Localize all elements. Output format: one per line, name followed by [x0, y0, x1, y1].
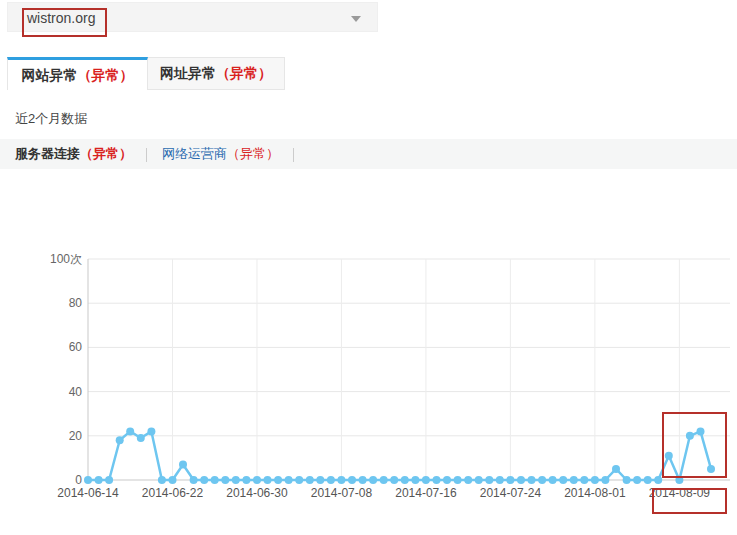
data-point[interactable]: [369, 476, 377, 484]
data-point[interactable]: [285, 476, 293, 484]
x-axis-tick-label: 2014-07-16: [395, 486, 457, 500]
data-point[interactable]: [306, 476, 314, 484]
data-point[interactable]: [549, 476, 557, 484]
data-point[interactable]: [337, 476, 345, 484]
x-axis-tick-label: 2014-07-08: [311, 486, 373, 500]
data-point[interactable]: [274, 476, 282, 484]
series-line: [88, 431, 711, 480]
data-point[interactable]: [253, 476, 261, 484]
data-point[interactable]: [221, 476, 229, 484]
data-point[interactable]: [517, 476, 525, 484]
data-point[interactable]: [633, 476, 641, 484]
data-point[interactable]: [116, 436, 124, 444]
data-point[interactable]: [528, 476, 536, 484]
y-axis-tick-label: 60: [69, 340, 83, 354]
data-point[interactable]: [401, 476, 409, 484]
data-point[interactable]: [654, 476, 662, 484]
data-point[interactable]: [158, 476, 166, 484]
data-point[interactable]: [496, 476, 504, 484]
data-point[interactable]: [433, 476, 441, 484]
data-point[interactable]: [84, 476, 92, 484]
data-point[interactable]: [623, 476, 631, 484]
x-axis-tick-label: 2014-08-09: [649, 486, 711, 500]
data-point[interactable]: [211, 476, 219, 484]
data-point[interactable]: [559, 476, 567, 484]
data-point[interactable]: [707, 465, 715, 473]
data-point[interactable]: [179, 461, 187, 469]
data-point[interactable]: [422, 476, 430, 484]
data-point[interactable]: [126, 427, 134, 435]
data-point[interactable]: [242, 476, 250, 484]
data-point[interactable]: [295, 476, 303, 484]
data-point[interactable]: [570, 476, 578, 484]
data-point[interactable]: [475, 476, 483, 484]
y-axis-tick-label: 80: [69, 296, 83, 310]
y-axis-tick-label: 0: [75, 473, 82, 487]
data-point[interactable]: [169, 476, 177, 484]
data-point[interactable]: [591, 476, 599, 484]
data-point[interactable]: [580, 476, 588, 484]
data-point[interactable]: [359, 476, 367, 484]
data-point[interactable]: [190, 476, 198, 484]
data-point[interactable]: [454, 476, 462, 484]
data-point[interactable]: [232, 476, 240, 484]
data-point[interactable]: [137, 434, 145, 442]
x-axis-tick-label: 2014-06-14: [57, 486, 119, 500]
y-axis-tick-label: 100次: [50, 252, 82, 266]
data-point[interactable]: [316, 476, 324, 484]
data-point[interactable]: [697, 427, 705, 435]
data-point[interactable]: [380, 476, 388, 484]
data-point[interactable]: [147, 427, 155, 435]
data-point[interactable]: [464, 476, 472, 484]
data-point[interactable]: [665, 452, 673, 460]
data-point[interactable]: [264, 476, 272, 484]
data-point[interactable]: [390, 476, 398, 484]
data-point[interactable]: [105, 476, 113, 484]
data-point[interactable]: [601, 476, 609, 484]
data-point[interactable]: [200, 476, 208, 484]
y-axis-tick-label: 40: [69, 385, 83, 399]
data-point[interactable]: [327, 476, 335, 484]
data-point[interactable]: [95, 476, 103, 484]
data-point[interactable]: [443, 476, 451, 484]
y-axis-tick-label: 20: [69, 429, 83, 443]
data-point[interactable]: [612, 465, 620, 473]
data-point[interactable]: [411, 476, 419, 484]
data-point[interactable]: [675, 476, 683, 484]
x-axis-tick-label: 2014-06-30: [226, 486, 288, 500]
data-point[interactable]: [644, 476, 652, 484]
x-axis-tick-label: 2014-08-01: [564, 486, 626, 500]
data-point[interactable]: [538, 476, 546, 484]
data-point[interactable]: [348, 476, 356, 484]
x-axis-tick-label: 2014-07-24: [480, 486, 542, 500]
data-point[interactable]: [485, 476, 493, 484]
anomaly-chart-svg: 020406080100次2014-06-142014-06-222014-06…: [0, 0, 737, 535]
x-axis-tick-label: 2014-06-22: [142, 486, 204, 500]
data-point[interactable]: [506, 476, 514, 484]
data-point[interactable]: [686, 432, 694, 440]
